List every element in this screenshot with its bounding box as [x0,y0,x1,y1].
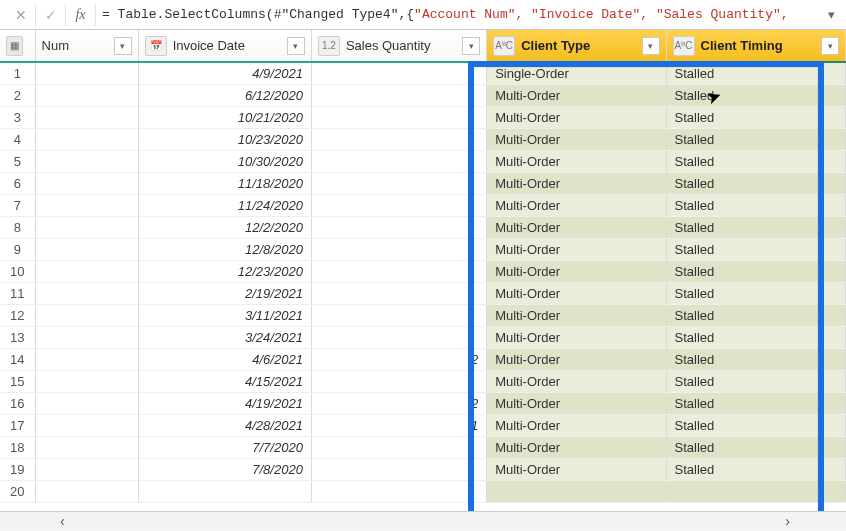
cell-client-type[interactable]: Multi-Order [487,282,666,304]
table-row[interactable]: 112/19/2021Multi-OrderStalled [0,282,846,304]
cell-client-timing[interactable]: Stalled [666,326,845,348]
cell-sales-quantity[interactable] [311,150,486,172]
table-row[interactable]: 174/28/20211Multi-OrderStalled [0,414,846,436]
row-number-cell[interactable]: 19 [0,458,35,480]
cell-client-timing[interactable]: Stalled [666,128,845,150]
filter-button[interactable]: ▾ [642,37,660,55]
cell-client-type[interactable]: Multi-Order [487,238,666,260]
cell-invoice-date[interactable]: 10/21/2020 [138,106,311,128]
cell-invoice-date[interactable]: 3/11/2021 [138,304,311,326]
cell-client-timing[interactable]: Stalled [666,62,845,84]
cell-sales-quantity[interactable] [311,62,486,84]
cell-client-type[interactable]: Multi-Order [487,150,666,172]
column-header-client-timing[interactable]: AᴮC Client Timing ▾ [666,30,845,62]
cell-invoice-date[interactable]: 4/28/2021 [138,414,311,436]
cell-sales-quantity[interactable] [311,304,486,326]
table-row[interactable]: 154/15/2021Multi-OrderStalled [0,370,846,392]
scroll-right-button[interactable]: › [779,513,796,529]
cell-invoice-date[interactable]: 10/30/2020 [138,150,311,172]
cell-client-type[interactable]: Multi-Order [487,216,666,238]
cell-account-num[interactable] [35,150,138,172]
cell-sales-quantity[interactable] [311,238,486,260]
cell-client-timing[interactable]: Stalled [666,84,845,106]
cell-account-num[interactable] [35,128,138,150]
row-number-cell[interactable]: 13 [0,326,35,348]
cell-invoice-date[interactable]: 4/6/2021 [138,348,311,370]
cell-client-type[interactable]: Multi-Order [487,194,666,216]
cell-invoice-date[interactable]: 7/7/2020 [138,436,311,458]
table-row[interactable]: 1012/23/2020Multi-OrderStalled [0,260,846,282]
cell-client-timing[interactable]: Stalled [666,282,845,304]
cell-client-type[interactable] [487,480,666,502]
cell-sales-quantity[interactable] [311,370,486,392]
cell-client-timing[interactable]: Stalled [666,348,845,370]
cell-client-type[interactable]: Multi-Order [487,348,666,370]
cell-sales-quantity[interactable] [311,326,486,348]
cell-account-num[interactable] [35,282,138,304]
cell-sales-quantity[interactable] [311,106,486,128]
row-number-cell[interactable]: 14 [0,348,35,370]
cell-account-num[interactable] [35,172,138,194]
table-row[interactable]: 187/7/2020Multi-OrderStalled [0,436,846,458]
cell-sales-quantity[interactable] [311,128,486,150]
cell-sales-quantity[interactable] [311,172,486,194]
cell-account-num[interactable] [35,436,138,458]
cell-sales-quantity[interactable] [311,216,486,238]
cell-client-type[interactable]: Multi-Order [487,392,666,414]
cell-sales-quantity[interactable] [311,436,486,458]
row-number-cell[interactable]: 4 [0,128,35,150]
row-header-corner[interactable]: ▦ [0,30,35,62]
table-row[interactable]: 611/18/2020Multi-OrderStalled [0,172,846,194]
cell-sales-quantity[interactable] [311,458,486,480]
cell-client-timing[interactable] [666,480,845,502]
table-row[interactable]: 310/21/2020Multi-OrderStalled [0,106,846,128]
cell-invoice-date[interactable]: 6/12/2020 [138,84,311,106]
cell-client-timing[interactable]: Stalled [666,370,845,392]
table-row[interactable]: 144/6/20212Multi-OrderStalled [0,348,846,370]
cell-client-type[interactable]: Multi-Order [487,260,666,282]
cell-account-num[interactable] [35,106,138,128]
cell-sales-quantity[interactable]: 2 [311,392,486,414]
cell-client-timing[interactable]: Stalled [666,216,845,238]
cell-client-timing[interactable]: Stalled [666,436,845,458]
cell-account-num[interactable] [35,304,138,326]
cell-account-num[interactable] [35,348,138,370]
scroll-left-button[interactable]: ‹ [54,513,71,529]
filter-button[interactable]: ▾ [821,37,839,55]
cell-account-num[interactable] [35,260,138,282]
row-number-cell[interactable]: 16 [0,392,35,414]
table-row[interactable]: 410/23/2020Multi-OrderStalled [0,128,846,150]
cell-client-type[interactable]: Multi-Order [487,172,666,194]
formula-input[interactable]: = Table.SelectColumns(# "Changed Type4" … [96,4,822,26]
cell-sales-quantity[interactable] [311,194,486,216]
row-number-cell[interactable]: 1 [0,62,35,84]
table-row[interactable]: 20 [0,480,846,502]
cell-account-num[interactable] [35,370,138,392]
cell-account-num[interactable] [35,414,138,436]
cell-client-timing[interactable]: Stalled [666,304,845,326]
table-row[interactable]: 197/8/2020Multi-OrderStalled [0,458,846,480]
column-header-account-num[interactable]: Num ▾ [35,30,138,62]
cell-sales-quantity[interactable]: 1 [311,414,486,436]
cell-client-timing[interactable]: Stalled [666,260,845,282]
row-number-cell[interactable]: 3 [0,106,35,128]
cell-client-type[interactable]: Multi-Order [487,436,666,458]
table-row[interactable]: 164/19/20212Multi-OrderStalled [0,392,846,414]
cell-account-num[interactable] [35,326,138,348]
cell-invoice-date[interactable]: 7/8/2020 [138,458,311,480]
cell-invoice-date[interactable] [138,480,311,502]
row-number-cell[interactable]: 11 [0,282,35,304]
row-number-cell[interactable]: 20 [0,480,35,502]
cell-client-timing[interactable]: Stalled [666,458,845,480]
row-number-cell[interactable]: 5 [0,150,35,172]
cell-client-timing[interactable]: Stalled [666,150,845,172]
cell-invoice-date[interactable]: 12/2/2020 [138,216,311,238]
horizontal-scrollbar[interactable]: ‹ › [0,511,846,530]
filter-button[interactable]: ▾ [462,37,480,55]
cell-account-num[interactable] [35,84,138,106]
row-number-cell[interactable]: 7 [0,194,35,216]
cell-invoice-date[interactable]: 12/23/2020 [138,260,311,282]
table-row[interactable]: 123/11/2021Multi-OrderStalled [0,304,846,326]
cell-invoice-date[interactable]: 2/19/2021 [138,282,311,304]
formula-confirm-button[interactable]: ✓ [36,4,66,26]
